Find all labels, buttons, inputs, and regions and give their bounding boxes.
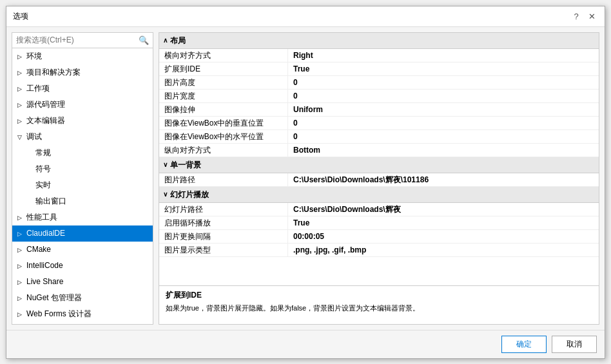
tree-item-label: 实时	[35, 180, 51, 189]
tree-item-output[interactable]: 输出窗口	[12, 193, 153, 209]
title-bar: 选项 ? ✕	[6, 6, 605, 27]
prop-row: 图片高度0	[159, 76, 599, 90]
prop-value: C:\Users\Dio\Downloads\辉夜	[288, 203, 599, 216]
prop-name: 图片宽度	[159, 90, 288, 102]
section-header-single-bg[interactable]: ∨单一背景	[159, 157, 599, 173]
tree-item-label: 常规	[35, 148, 51, 157]
tree-item-project[interactable]: ▷ 项目和解决方案	[12, 64, 153, 81]
section-toggle: ∨	[163, 188, 168, 201]
dialog-title: 选项	[13, 11, 28, 22]
tree-item-label: 环境	[26, 52, 42, 61]
close-button[interactable]: ✕	[585, 10, 598, 23]
prop-row: 图片更换间隔00:00:05	[159, 230, 599, 244]
prop-value: Right	[288, 49, 599, 62]
section-title: 幻灯片播放	[170, 188, 209, 201]
section-header-layout[interactable]: ∧布局	[159, 33, 599, 49]
arrow-icon: ▽	[17, 131, 26, 144]
prop-name: 图片更换间隔	[159, 230, 288, 243]
tree-item-label: 符号	[35, 164, 51, 173]
prop-row: 图片路径C:\Users\Dio\Downloads\辉夜\101186	[159, 173, 599, 187]
arrow-icon: ▷	[17, 211, 26, 224]
prop-row: 扩展到IDETrue	[159, 62, 599, 76]
prop-value: 0	[288, 90, 599, 102]
cancel-button[interactable]: 取消	[552, 336, 597, 353]
prop-value: Uniform	[288, 103, 599, 116]
tree-item-debug[interactable]: ▽ 调试	[12, 129, 153, 145]
props-area: ∧布局横向对齐方式Right扩展到IDETrue图片高度0图片宽度0图像拉伸Un…	[159, 33, 599, 285]
tree-item-cmake[interactable]: ▷ CMake	[12, 242, 153, 258]
section-title: 布局	[170, 34, 186, 47]
tree-item-label: 文本编辑器	[26, 116, 65, 125]
title-controls: ? ✕	[570, 10, 598, 23]
prop-name: 图片显示类型	[159, 244, 288, 256]
right-panel: ∧布局横向对齐方式Right扩展到IDETrue图片高度0图片宽度0图像拉伸Un…	[159, 32, 599, 325]
prop-value: .png, .jpg, .gif, .bmp	[288, 244, 599, 256]
prop-row: 图像在ViewBox中的垂直位置0	[159, 117, 599, 130]
tree-container[interactable]: ▷ 环境▷ 项目和解决方案▷ 工作项▷ 源代码管理▷ 文本编辑器▽ 调试 常规 …	[12, 48, 153, 324]
tree-item-label: ClaudialDE	[26, 229, 65, 238]
ok-button[interactable]: 确定	[501, 336, 547, 353]
tree-item-webperf[interactable]: ▷ Web 性能测试工具	[12, 322, 153, 324]
tree-item-label: 工作项	[26, 84, 50, 93]
tree-item-label: IntelliCode	[26, 261, 63, 270]
tree-item-label: Web Forms 设计器	[26, 309, 92, 318]
prop-name: 图片路径	[159, 173, 288, 186]
tree-item-env[interactable]: ▷ 环境	[12, 48, 153, 64]
tree-item-label: 调试	[26, 132, 42, 141]
tree-item-label: 性能工具	[26, 213, 57, 222]
search-icon: 🔍	[139, 35, 149, 45]
arrow-icon: ▷	[17, 292, 26, 305]
options-dialog: 选项 ? ✕ 🔍 ▷ 环境▷ 项目和解决方案▷ 工作项▷ 源代码管理▷ 文本编辑…	[6, 6, 605, 359]
tree-item-label: 项目和解决方案	[26, 68, 81, 77]
help-button[interactable]: ?	[570, 10, 583, 23]
prop-name: 扩展到IDE	[159, 62, 288, 75]
tree-item-claudia[interactable]: ▷ ClaudialDE	[12, 225, 153, 242]
dialog-footer: 确定 取消	[6, 330, 605, 358]
tree-item-webforms[interactable]: ▷ Web Forms 设计器	[12, 306, 153, 322]
arrow-icon: ▷	[17, 244, 26, 256]
dialog-body: 🔍 ▷ 环境▷ 项目和解决方案▷ 工作项▷ 源代码管理▷ 文本编辑器▽ 调试 常…	[6, 27, 605, 330]
prop-name: 图像在ViewBox中的水平位置	[159, 130, 288, 143]
description-text: 如果为true，背景图片展开隐藏。如果为false，背景图片设置为文本编辑器背景…	[166, 303, 592, 313]
right-panel-inner: ∧布局横向对齐方式Right扩展到IDETrue图片高度0图片宽度0图像拉伸Un…	[159, 33, 599, 285]
prop-name: 图像拉伸	[159, 103, 288, 116]
tree-item-realtime[interactable]: 实时	[12, 177, 153, 193]
tree-item-texteditor[interactable]: ▷ 文本编辑器	[12, 113, 153, 129]
tree-item-normal[interactable]: 常规	[12, 145, 153, 161]
section-toggle: ∨	[163, 158, 168, 171]
description-area: 扩展到IDE 如果为true，背景图片展开隐藏。如果为false，背景图片设置为…	[159, 285, 599, 324]
prop-row: 幻灯片路径C:\Users\Dio\Downloads\辉夜	[159, 203, 599, 216]
arrow-icon: ▷	[17, 50, 26, 63]
tree-item-label: NuGet 包管理器	[26, 293, 82, 302]
arrow-icon: ▷	[17, 260, 26, 273]
tree-item-perf[interactable]: ▷ 性能工具	[12, 209, 153, 225]
prop-row: 横向对齐方式Right	[159, 49, 599, 62]
prop-value: Bottom	[288, 144, 599, 157]
tree-item-symbol[interactable]: 符号	[12, 161, 153, 177]
arrow-icon: ▷	[17, 308, 26, 321]
prop-name: 图片高度	[159, 76, 288, 89]
prop-name: 横向对齐方式	[159, 49, 288, 62]
tree-item-source[interactable]: ▷ 源代码管理	[12, 97, 153, 113]
tree-item-liveshare[interactable]: ▷ Live Share	[12, 274, 153, 290]
prop-row: 图片宽度0	[159, 90, 599, 103]
arrow-icon: ▷	[17, 227, 26, 240]
arrow-icon: ▷	[17, 66, 26, 79]
tree-item-work[interactable]: ▷ 工作项	[12, 81, 153, 97]
prop-row: 图像拉伸Uniform	[159, 103, 599, 117]
search-input[interactable]	[16, 35, 136, 44]
tree-item-label: CMake	[26, 245, 51, 254]
prop-value: 0	[288, 130, 599, 143]
tree-item-intellicode[interactable]: ▷ IntelliCode	[12, 258, 153, 274]
prop-row: 图片显示类型.png, .jpg, .gif, .bmp	[159, 244, 599, 257]
section-header-slideshow[interactable]: ∨幻灯片播放	[159, 187, 599, 203]
tree-item-nuget[interactable]: ▷ NuGet 包管理器	[12, 290, 153, 306]
prop-name: 幻灯片路径	[159, 203, 288, 216]
prop-value: C:\Users\Dio\Downloads\辉夜\101186	[288, 173, 599, 186]
description-title: 扩展到IDE	[166, 290, 592, 301]
tree-item-label: 输出窗口	[35, 196, 66, 206]
prop-row: 纵向对齐方式Bottom	[159, 144, 599, 157]
prop-value: 00:00:05	[288, 230, 599, 243]
prop-value: 0	[288, 117, 599, 129]
search-box: 🔍	[12, 33, 153, 48]
